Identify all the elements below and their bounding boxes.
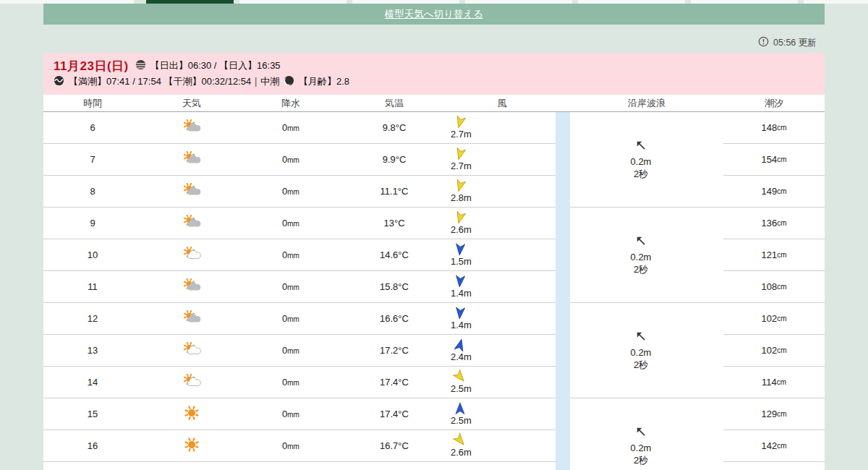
table-row: 70mm9.9°C 2.7m — [43, 144, 556, 176]
column-header: 天気 — [142, 97, 242, 110]
time-cell: 16 — [43, 440, 142, 451]
tide-column: 148cm154cm149cm136cm121cm108cm102cm102cm… — [723, 112, 825, 470]
sunrise-icon — [135, 59, 146, 72]
northwest-arrow-icon — [634, 425, 648, 442]
column-divider-stripe — [556, 112, 570, 470]
column-header: 潮汐 — [723, 97, 825, 110]
wind-cell: 2.7m — [448, 116, 556, 140]
column-header: 沿岸波浪 — [570, 97, 723, 110]
switch-to-horizontal-link[interactable]: 横型天気へ切り替える — [385, 9, 483, 20]
temp-cell: 9.9°C — [340, 154, 448, 165]
weather-cell — [142, 406, 242, 422]
temp-cell: 15.8°C — [340, 281, 448, 292]
wind-direction-icon — [454, 148, 466, 161]
wind-cell: 1.4m — [448, 275, 556, 299]
wave-group-cell: 0.2m2秒 — [570, 208, 723, 303]
sun-cloud-white-icon — [181, 374, 203, 390]
time-cell: 13 — [43, 345, 142, 356]
sun-times-text: 【日出】06:30 / 【日入】16:35 — [150, 59, 281, 72]
column-header: 風 — [448, 97, 556, 110]
wind-speed-value: 2.5m — [451, 415, 472, 426]
wind-direction-icon — [454, 307, 466, 320]
sun-cloud-gray-icon — [181, 310, 203, 327]
wind-speed-value: 2.7m — [451, 161, 472, 171]
temp-cell: 17.4°C — [340, 409, 448, 419]
wave-group-cell: 0.2m2秒 — [570, 303, 723, 398]
precip-cell: 0mm — [242, 154, 340, 165]
wind-speed-value: 2.6m — [451, 447, 472, 458]
tide-cell: 102cm — [723, 303, 825, 335]
tide-cell — [723, 462, 825, 470]
sun-cloud-gray-icon — [181, 151, 203, 168]
wave-group-cell: 0.2m2秒 — [570, 398, 723, 470]
coastal-wave-column: 0.2m2秒 0.2m2秒 0.2m2秒 0.2m2秒 — [570, 112, 723, 470]
wave-group-cell: 0.2m2秒 — [570, 112, 723, 208]
sun-cloud-gray-icon — [181, 183, 203, 200]
wind-direction-icon — [454, 434, 466, 447]
wave-period-value: 2秒 — [634, 168, 648, 180]
weather-cell — [142, 310, 242, 327]
date-banner: 11月23日(日) 【日出】06:30 / 【日入】16:35 【満潮】07:4… — [43, 53, 825, 95]
temp-cell: 16.7°C — [340, 440, 448, 451]
precip-cell: 0mm — [242, 249, 340, 260]
table-row: 100mm14.6°C 1.5m — [43, 239, 556, 271]
wind-direction-icon — [454, 243, 466, 256]
northwest-arrow-icon — [634, 139, 648, 155]
tide-cell: 114cm — [723, 367, 825, 398]
tide-cell: 142cm — [723, 430, 825, 462]
wind-speed-value: 2.4m — [451, 351, 472, 362]
sun-icon — [181, 406, 203, 422]
table-row: 60mm9.8°C 2.7m — [43, 112, 556, 144]
sun-icon — [181, 437, 203, 454]
time-cell: 12 — [43, 313, 142, 324]
tide-cell: 154cm — [723, 144, 825, 176]
temp-cell: 14.6°C — [340, 249, 448, 260]
wind-direction-icon — [454, 211, 466, 224]
table-row: 130mm17.2°C 2.4m — [43, 335, 556, 367]
tide-cell: 121cm — [723, 239, 825, 271]
table-row: 80mm11.1°C 2.8m — [43, 176, 556, 208]
wave-height-value: 0.2m — [631, 155, 652, 168]
sun-cloud-white-icon — [181, 247, 203, 263]
wind-speed-value: 2.8m — [451, 192, 472, 203]
wind-cell: 1.5m — [448, 243, 556, 267]
time-cell: 8 — [43, 186, 142, 197]
sun-cloud-gray-icon — [181, 215, 203, 231]
precip-cell: 0mm — [242, 377, 340, 388]
temp-cell: 17.4°C — [340, 377, 448, 388]
tide-cell: 129cm — [723, 398, 825, 430]
column-header: 時間 — [43, 97, 142, 110]
temp-cell: 9.8°C — [340, 122, 448, 133]
wave-period-value: 2秒 — [634, 359, 648, 371]
wind-cell: 2.6m — [448, 211, 556, 235]
wave-height-value: 0.2m — [631, 442, 652, 454]
hourly-rows: 60mm9.8°C 2.7m70mm9.9°C 2.7m80mm11.1°C 2… — [43, 112, 556, 470]
wind-speed-value: 2.7m — [451, 129, 472, 140]
table-row: 140mm17.4°C 2.5m — [43, 367, 556, 398]
table-body: 60mm9.8°C 2.7m70mm9.9°C 2.7m80mm11.1°C 2… — [43, 112, 825, 470]
view-switch-bar: 横型天気へ切り替える — [43, 4, 825, 25]
wind-cell: 2.5m — [448, 370, 556, 394]
time-cell: 6 — [43, 122, 142, 133]
temp-cell: 16.6°C — [340, 313, 448, 324]
wind-speed-value: 1.4m — [451, 288, 472, 299]
wind-direction-icon — [454, 402, 466, 415]
tide-cell: 136cm — [723, 208, 825, 239]
wave-period-value: 2秒 — [634, 263, 648, 275]
wind-direction-icon — [454, 370, 466, 383]
updated-time-text: 05:56 更新 — [773, 37, 817, 49]
wind-cell: 2.6m — [448, 434, 556, 458]
table-row — [43, 462, 556, 470]
table-row: 90mm13°C 2.6m — [43, 208, 556, 239]
sun-cloud-white-icon — [181, 342, 203, 359]
wave-height-value: 0.2m — [631, 251, 652, 263]
wind-direction-icon — [454, 275, 466, 288]
wind-cell: 2.4m — [448, 338, 556, 362]
time-cell: 7 — [43, 154, 142, 165]
weather-cell — [142, 151, 242, 168]
weather-cell — [142, 278, 242, 295]
moon-age-text: 【月齢】2.8 — [299, 75, 349, 88]
tide-cell: 149cm — [723, 176, 825, 208]
tide-cell: 102cm — [723, 335, 825, 367]
wind-cell: 1.4m — [448, 307, 556, 330]
